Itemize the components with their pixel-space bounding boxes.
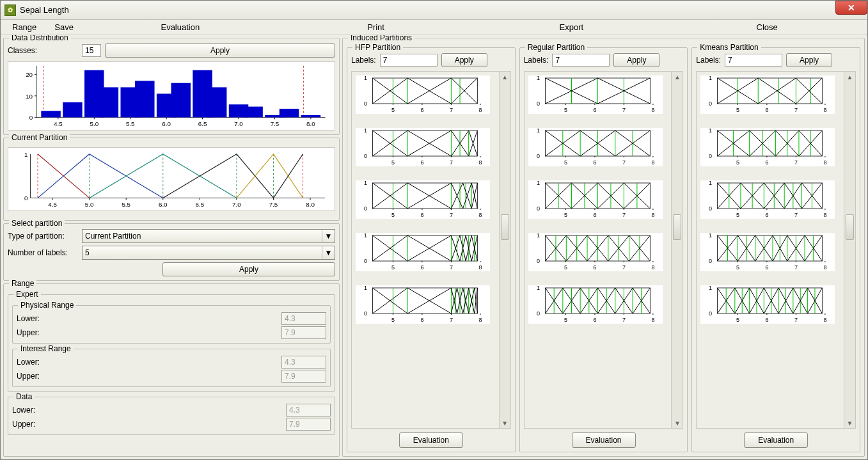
svg-text:5: 5 <box>564 212 567 218</box>
svg-text:6: 6 <box>420 107 423 113</box>
expert-group: Expert Physical Range Lower: Upper: Inte… <box>8 294 335 392</box>
scroll-thumb[interactable] <box>673 214 681 240</box>
labels-input[interactable] <box>380 54 438 67</box>
partition-miniplot: 015678 <box>528 233 663 271</box>
svg-text:0: 0 <box>537 258 540 264</box>
svg-text:1: 1 <box>24 151 28 158</box>
menu-save[interactable]: Save <box>45 20 83 35</box>
current-partition-legend: Current Partition <box>9 133 70 142</box>
select-partition-apply-button[interactable]: Apply <box>162 262 335 276</box>
data-distribution-group: Data Distribution Classes: Apply 010204.… <box>3 38 340 135</box>
partition-miniplot: 015678 <box>356 285 490 324</box>
labels-input[interactable] <box>552 54 610 67</box>
svg-text:8: 8 <box>478 212 482 218</box>
range-group: Range Expert Physical Range Lower: Upper… <box>3 283 340 457</box>
partition-apply-button[interactable]: Apply <box>441 53 487 67</box>
svg-text:7.0: 7.0 <box>232 201 241 208</box>
partition-miniplot: 015678 <box>700 75 835 114</box>
physical-lower-input[interactable] <box>281 312 326 325</box>
evaluation-button[interactable]: Evaluation <box>399 432 463 448</box>
svg-text:6: 6 <box>420 264 423 271</box>
svg-text:5: 5 <box>736 264 739 271</box>
interest-range-legend: Interest Range <box>18 344 74 353</box>
menu-export[interactable]: Export <box>473 20 669 35</box>
scroll-up-icon[interactable]: ▲ <box>844 72 855 82</box>
scroll-down-icon[interactable]: ▼ <box>672 418 683 428</box>
menu-range[interactable]: Range <box>3 20 45 35</box>
svg-rect-35 <box>207 87 226 117</box>
svg-text:1: 1 <box>537 180 540 186</box>
menu-print[interactable]: Print <box>278 20 474 35</box>
classes-input[interactable] <box>82 44 101 57</box>
scrollbar[interactable]: ▲ ▼ <box>499 72 510 428</box>
current-partition-plot: 014.55.05.56.06.57.07.58.0 <box>8 147 335 211</box>
partition-column: Regular Partition Labels: Apply 01567801… <box>519 47 688 452</box>
svg-text:8: 8 <box>478 264 482 271</box>
svg-text:8: 8 <box>651 159 654 166</box>
partition-apply-button[interactable]: Apply <box>613 53 659 67</box>
svg-text:10: 10 <box>26 93 33 100</box>
evaluation-button[interactable]: Evaluation <box>744 432 808 448</box>
svg-text:1: 1 <box>709 233 712 239</box>
partition-column-title: HFP Partition <box>352 43 403 52</box>
menu-close[interactable]: Close <box>669 20 865 35</box>
evaluation-button[interactable]: Evaluation <box>572 432 636 448</box>
data-dist-apply-button[interactable]: Apply <box>105 44 335 58</box>
svg-text:5: 5 <box>391 212 395 218</box>
menu-evaluation[interactable]: Evaluation <box>83 20 278 35</box>
partition-apply-button[interactable]: Apply <box>786 53 832 67</box>
partition-miniplot: 015678 <box>700 180 835 219</box>
svg-text:1: 1 <box>709 180 712 186</box>
svg-text:6: 6 <box>420 212 423 218</box>
svg-text:5.0: 5.0 <box>90 120 99 127</box>
scrollbar[interactable]: ▲ ▼ <box>844 72 855 428</box>
svg-text:7: 7 <box>794 159 798 166</box>
physical-upper-label: Upper: <box>17 328 55 337</box>
svg-text:1: 1 <box>364 128 367 134</box>
svg-text:0: 0 <box>537 205 540 212</box>
type-of-partition-select[interactable]: Current Partition ▼ <box>82 229 335 243</box>
svg-text:7.5: 7.5 <box>269 201 278 208</box>
svg-text:6: 6 <box>766 107 769 113</box>
svg-rect-39 <box>280 109 299 117</box>
svg-text:0: 0 <box>364 153 367 159</box>
svg-rect-242 <box>718 78 823 104</box>
svg-text:6: 6 <box>593 159 596 166</box>
svg-text:6: 6 <box>766 159 769 166</box>
labels-label: Labels: <box>351 56 376 65</box>
scroll-up-icon[interactable]: ▲ <box>672 72 683 82</box>
scroll-down-icon[interactable]: ▼ <box>844 418 855 428</box>
svg-text:0: 0 <box>709 100 712 107</box>
scroll-thumb[interactable] <box>501 214 509 240</box>
physical-upper-input[interactable] <box>281 326 326 339</box>
interest-upper-input[interactable] <box>281 370 326 383</box>
partition-miniplot: 015678 <box>528 285 663 324</box>
partition-miniplot: 015678 <box>356 128 490 166</box>
scroll-down-icon[interactable]: ▼ <box>500 418 510 428</box>
interest-lower-input[interactable] <box>281 356 326 369</box>
scroll-up-icon[interactable]: ▲ <box>500 72 510 82</box>
partition-column: HFP Partition Labels: Apply 015678015678… <box>347 47 516 452</box>
labels-input[interactable] <box>725 54 782 67</box>
svg-text:0: 0 <box>364 310 367 317</box>
svg-text:5: 5 <box>736 212 739 218</box>
svg-text:0: 0 <box>709 205 712 212</box>
svg-text:6: 6 <box>766 212 769 218</box>
data-upper-input[interactable] <box>286 418 331 431</box>
svg-rect-276 <box>718 183 823 209</box>
data-lower-input[interactable] <box>286 404 331 416</box>
svg-text:6: 6 <box>593 212 596 218</box>
svg-text:8: 8 <box>651 107 654 113</box>
scroll-thumb[interactable] <box>846 214 854 240</box>
number-of-labels-select[interactable]: 5 ▼ <box>82 246 335 260</box>
close-button[interactable]: ✕ <box>835 1 867 15</box>
svg-rect-37 <box>243 107 262 118</box>
svg-rect-26 <box>41 111 60 117</box>
svg-text:8: 8 <box>651 212 654 218</box>
svg-text:6: 6 <box>420 159 423 166</box>
scrollbar[interactable]: ▲ ▼ <box>671 72 683 428</box>
svg-text:1: 1 <box>709 75 712 81</box>
svg-text:6: 6 <box>593 264 596 271</box>
partition-miniplot: 015678 <box>700 128 835 166</box>
svg-text:0: 0 <box>537 153 540 159</box>
